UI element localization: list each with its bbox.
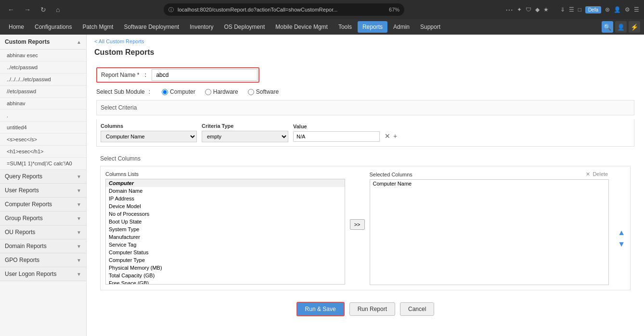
sidebar-section-3[interactable]: Group Reports▼ <box>0 212 86 225</box>
nav-reports[interactable]: Reports <box>358 21 387 33</box>
nav-admin[interactable]: Admin <box>388 21 414 33</box>
column-item-1[interactable]: IP Address <box>106 195 345 202</box>
settings-icon[interactable]: ⚙ <box>625 6 630 13</box>
sidebar-section-5[interactable]: Domain Reports▼ <box>0 239 86 253</box>
column-items-container: Domain NameIP AddressDevice ModelNo of P… <box>106 187 345 285</box>
user-icon[interactable]: 👤 <box>614 6 621 13</box>
report-name-wrapper: Report Name * : <box>96 67 259 83</box>
sidebar-item-3[interactable]: //etc/passwd <box>0 86 86 98</box>
sidebar-section-0[interactable]: Query Reports▼ <box>0 170 86 184</box>
type-header: Criteria Type <box>202 123 288 129</box>
radio-software-input[interactable] <box>248 89 254 95</box>
criteria-section-label: Select Criteria <box>96 100 634 115</box>
nav-software-deployment[interactable]: Software Deployment <box>119 21 184 33</box>
remove-criteria-icon[interactable]: ✕ <box>385 132 390 140</box>
column-item-0[interactable]: Domain Name <box>106 187 345 195</box>
nav-os-deployment[interactable]: OS Deployment <box>219 21 270 33</box>
radio-software[interactable]: Software <box>248 88 279 95</box>
sidebar-item-2[interactable]: ../../../../etc/passwd <box>0 74 86 86</box>
reload-button[interactable]: ↻ <box>38 4 49 15</box>
column-item-2[interactable]: Device Model <box>106 202 345 210</box>
selected-list-item[interactable]: Computer Name <box>370 180 609 187</box>
nav-home[interactable]: Home <box>4 21 29 33</box>
extension-icon[interactable]: ◆ <box>535 6 540 13</box>
sidebar-item-6[interactable]: untitled4 <box>0 122 86 134</box>
search-btn[interactable]: 🔍 <box>602 21 613 33</box>
sidebar-section-6[interactable]: GPO Reports▼ <box>0 253 86 267</box>
run-report-button[interactable]: Run Report <box>349 302 395 316</box>
forward-button[interactable]: → <box>21 4 34 15</box>
delete-button[interactable]: ✕ Delete <box>586 171 609 177</box>
move-btn-section: >> <box>350 171 365 230</box>
criteria-actions: ✕ + <box>385 132 397 140</box>
nav-tools[interactable]: Tools <box>334 21 357 33</box>
sidebar-item-0[interactable]: abhinav esec <box>0 50 86 62</box>
cancel-button[interactable]: Cancel <box>400 302 434 316</box>
column-item-10[interactable]: Physical Memory (MB) <box>106 264 345 272</box>
sidebar-item-5[interactable]: . <box>0 110 86 122</box>
nav-patch-mgmt[interactable]: Patch Mgmt <box>77 21 118 33</box>
address-bar[interactable]: ⓘ localhost:8020/customReport.do?actionT… <box>164 3 404 16</box>
radio-hardware[interactable]: Hardware <box>205 88 238 95</box>
value-input[interactable] <box>293 131 380 142</box>
nav-inventory[interactable]: Inventory <box>185 21 218 33</box>
sidebar-item-7[interactable]: <s>esec</s> <box>0 134 86 146</box>
breadcrumb[interactable]: < All Custom Reports <box>87 35 644 46</box>
column-item-11[interactable]: Total Capacity (GB) <box>106 272 345 279</box>
sidebar-items-container: abhinav esec../etc/passwd../../../../etc… <box>0 50 86 170</box>
sidebar-item-4[interactable]: abhinav <box>0 98 86 110</box>
sidebar-section-1[interactable]: User Reports▼ <box>0 184 86 198</box>
value-header: Value <box>293 124 380 129</box>
column-item-6[interactable]: Manufacturer <box>106 233 345 241</box>
nav-configurations[interactable]: Configurations <box>30 21 77 33</box>
sidebar-item-9[interactable]: =SUM(1 1)*cmd|'/C calc'!A0 <box>0 158 86 170</box>
sidebar-section-label: GPO Reports <box>5 257 39 263</box>
sidebar-item-8[interactable]: <h1>esec</h1> <box>0 146 86 158</box>
pocket-icon[interactable]: ✦ <box>517 6 522 13</box>
layout-icon[interactable]: □ <box>578 6 581 13</box>
menu-icon[interactable]: ☰ <box>634 6 639 13</box>
move-up-button[interactable]: ▲ <box>618 229 625 236</box>
nav-support[interactable]: Support <box>415 21 445 33</box>
column-item-3[interactable]: No of Processors <box>106 210 345 218</box>
home-button[interactable]: ⌂ <box>53 4 63 15</box>
sidebar-section-4[interactable]: OU Reports▼ <box>0 225 86 239</box>
sidebar-item-1[interactable]: ../etc/passwd <box>0 62 86 74</box>
column-item-5[interactable]: System Type <box>106 225 345 233</box>
report-name-input[interactable] <box>152 69 258 81</box>
move-right-button[interactable]: >> <box>350 219 365 230</box>
move-down-button[interactable]: ▼ <box>618 240 625 248</box>
add-criteria-icon[interactable]: + <box>393 132 397 140</box>
sub-module-label: Select Sub Module <box>96 88 145 95</box>
columns-section-label: Select Columns <box>100 155 631 162</box>
tab-icon[interactable]: ☰ <box>569 6 574 13</box>
radio-hardware-input[interactable] <box>205 89 211 95</box>
shield-icon[interactable]: 🛡 <box>526 6 531 13</box>
column-item-9[interactable]: Computer Type <box>106 256 345 264</box>
arrow-controls: ▲ ▼ <box>618 171 625 248</box>
page-title: Custom Reports <box>87 46 644 62</box>
run-save-button[interactable]: Run & Save <box>296 302 345 316</box>
nav-mobile-device[interactable]: Mobile Device Mgmt <box>270 21 333 33</box>
sync-icon[interactable]: ⊛ <box>605 6 610 13</box>
back-button[interactable]: ← <box>5 4 17 15</box>
sidebar-section-2[interactable]: Computer Reports▼ <box>0 198 86 212</box>
column-item-4[interactable]: Boot Up State <box>106 218 345 225</box>
download-icon[interactable]: ⇓ <box>560 6 565 13</box>
sidebar-section-7[interactable]: User Logon Reports▼ <box>0 267 86 281</box>
type-select[interactable]: empty equals contains <box>202 131 288 142</box>
columns-select[interactable]: Computer Name Domain Name IP Address <box>101 131 197 142</box>
chevron-down-icon: ▼ <box>77 230 81 235</box>
radio-computer-label: Computer <box>170 88 195 95</box>
column-item-8[interactable]: Computer Status <box>106 249 345 256</box>
notification-btn[interactable]: 👤 <box>615 21 627 33</box>
power-btn[interactable]: ⚡ <box>629 21 640 33</box>
custom-reports-header[interactable]: Custom Reports ▲ <box>0 35 86 50</box>
star-icon[interactable]: ★ <box>543 6 549 13</box>
column-item-7[interactable]: Service Tag <box>106 241 345 249</box>
more-icon[interactable]: ⋯ <box>505 5 513 14</box>
profile-badge[interactable]: Defa <box>585 6 601 13</box>
column-item-12[interactable]: Free Space (GB) <box>106 279 345 285</box>
radio-computer[interactable]: Computer <box>162 88 195 95</box>
radio-computer-input[interactable] <box>162 89 168 95</box>
